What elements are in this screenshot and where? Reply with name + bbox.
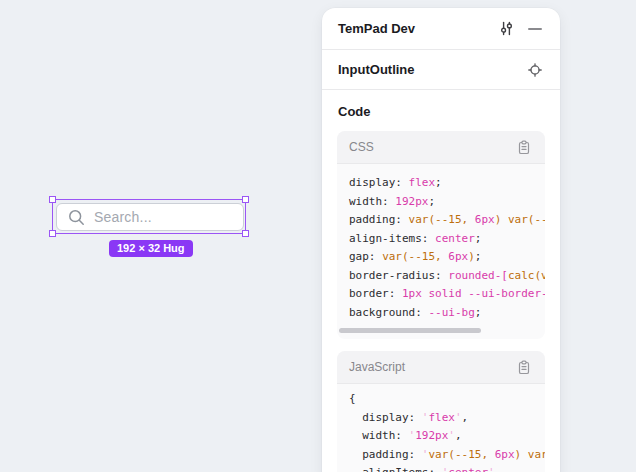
panel-title: TemPad Dev (338, 21, 495, 36)
horizontal-scrollbar (337, 328, 545, 333)
javascript-code-block: JavaScript { display: 'flex', width: '19… (337, 351, 545, 472)
javascript-code-area: { display: 'flex', width: '192px', paddi… (337, 384, 545, 472)
selection-handle-top-right[interactable] (242, 196, 249, 203)
tempad-dev-panel: TemPad Dev InputOutline (322, 8, 560, 472)
search-icon (68, 209, 85, 226)
code-section-heading: Code (338, 104, 544, 119)
selected-node-row: InputOutline (322, 50, 560, 90)
javascript-block-header: JavaScript (337, 351, 545, 384)
search-placeholder: Search... (94, 209, 152, 225)
search-input-component[interactable]: Search... (56, 203, 244, 231)
css-code-area: display: flex;width: 192px;padding: var(… (337, 164, 545, 339)
copy-icon[interactable] (513, 356, 535, 378)
figma-canvas: Search... 192 × 32 Hug TemPad Dev (0, 0, 636, 472)
selection-handle-bottom-left[interactable] (49, 230, 56, 237)
locate-crosshair-icon[interactable] (524, 59, 546, 81)
copy-icon[interactable] (513, 136, 535, 158)
javascript-code: { display: 'flex', width: '192px', paddi… (337, 384, 545, 472)
selection-handle-bottom-right[interactable] (242, 230, 249, 237)
css-code-block: CSS display: flex;width: 192px;padding: … (337, 131, 545, 339)
css-block-header: CSS (337, 131, 545, 164)
selection-handle-top-left[interactable] (49, 196, 56, 203)
javascript-block-label: JavaScript (349, 360, 513, 374)
sliders-icon[interactable] (495, 18, 517, 40)
minimize-icon[interactable] (524, 18, 546, 40)
panel-header: TemPad Dev (322, 8, 560, 50)
scrollbar-thumb[interactable] (339, 328, 481, 333)
css-block-label: CSS (349, 140, 513, 154)
dimension-badge: 192 × 32 Hug (109, 240, 193, 257)
selected-node-name: InputOutline (338, 62, 524, 77)
css-code: display: flex;width: 192px;padding: var(… (337, 164, 545, 322)
